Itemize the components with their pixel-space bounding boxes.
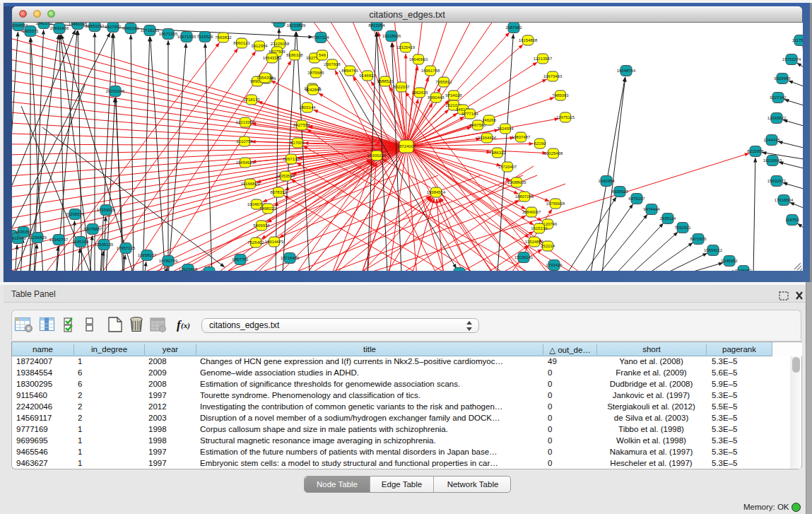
svg-text:10654112: 10654112 — [704, 248, 723, 252]
svg-text:8215958: 8215958 — [747, 149, 764, 153]
svg-text:16648764: 16648764 — [617, 69, 636, 73]
svg-text:15692971: 15692971 — [767, 179, 787, 183]
svg-text:1905571: 1905571 — [22, 29, 39, 33]
svg-text:12923468: 12923468 — [179, 267, 198, 271]
svg-text:1840379: 1840379 — [35, 23, 52, 25]
svg-text:19166829: 19166829 — [241, 182, 260, 186]
svg-text:16640910: 16640910 — [409, 57, 428, 62]
svg-text:18807249: 18807249 — [515, 194, 534, 199]
svg-text:19218906: 19218906 — [382, 34, 401, 38]
svg-text:30840067: 30840067 — [522, 210, 541, 214]
svg-text:16543382: 16543382 — [263, 56, 282, 60]
svg-text:11156829: 11156829 — [28, 235, 47, 240]
svg-text:9857791: 9857791 — [232, 257, 249, 262]
svg-text:2087682: 2087682 — [505, 25, 522, 30]
svg-text:8267130: 8267130 — [283, 157, 300, 161]
svg-text:5409934: 5409934 — [253, 223, 270, 228]
svg-text:2803144: 2803144 — [299, 105, 316, 110]
svg-text:20691406: 20691406 — [50, 26, 69, 30]
svg-text:746266: 746266 — [482, 118, 497, 122]
svg-text:10853267: 10853267 — [86, 24, 105, 28]
svg-text:9245652: 9245652 — [735, 269, 752, 271]
svg-text:8678332: 8678332 — [270, 190, 287, 194]
svg-text:12505135: 12505135 — [95, 243, 114, 247]
svg-text:16033809: 16033809 — [287, 23, 306, 28]
svg-text:3624554: 3624554 — [497, 127, 514, 131]
svg-text:17016504: 17016504 — [775, 198, 794, 202]
svg-text:18724007: 18724007 — [397, 144, 416, 148]
svg-text:17359926: 17359926 — [97, 208, 116, 212]
svg-text:20206576: 20206576 — [66, 212, 85, 216]
svg-text:1244415: 1244415 — [763, 138, 780, 142]
svg-text:11353594: 11353594 — [276, 174, 295, 178]
svg-text:8990448: 8990448 — [428, 95, 445, 100]
svg-text:10671355: 10671355 — [177, 35, 196, 39]
svg-text:12213369: 12213369 — [236, 120, 255, 124]
svg-text:1733426: 1733426 — [546, 263, 563, 267]
svg-text:19384554: 19384554 — [427, 190, 446, 194]
svg-text:16210643: 16210643 — [763, 158, 782, 163]
svg-text:8471676: 8471676 — [690, 237, 707, 241]
svg-text:1145194: 1145194 — [73, 240, 90, 244]
svg-text:19654923: 19654923 — [236, 160, 255, 165]
svg-text:17957225: 17957225 — [117, 246, 136, 250]
svg-text:(x): (x) — [181, 321, 190, 330]
svg-text:8813054: 8813054 — [368, 23, 385, 28]
svg-text:15720407: 15720407 — [498, 165, 517, 169]
svg-text:6479197: 6479197 — [628, 197, 645, 201]
svg-text:8454749: 8454749 — [341, 69, 358, 73]
svg-text:12093822: 12093822 — [767, 116, 787, 120]
svg-text:817006: 817006 — [290, 141, 305, 145]
svg-text:7515526: 7515526 — [196, 35, 213, 39]
svg-text:7632621: 7632621 — [674, 226, 691, 230]
svg-text:8427552: 8427552 — [293, 123, 310, 127]
svg-text:1117534: 1117534 — [792, 38, 803, 42]
svg-text:16914479: 16914479 — [265, 240, 284, 244]
svg-text:252214: 252214 — [541, 244, 555, 248]
svg-text:8322037: 8322037 — [393, 85, 410, 89]
svg-text:1362615: 1362615 — [411, 90, 428, 95]
svg-text:9329966: 9329966 — [774, 76, 791, 81]
svg-text:10719155: 10719155 — [141, 28, 160, 33]
svg-text:546: 546 — [319, 53, 326, 57]
svg-text:1292346: 1292346 — [201, 270, 218, 271]
svg-text:12213967: 12213967 — [534, 57, 553, 61]
svg-text:3875685: 3875685 — [307, 71, 324, 75]
svg-text:18300295: 18300295 — [367, 153, 387, 158]
svg-text:1527602: 1527602 — [105, 25, 122, 29]
svg-text:9227342: 9227342 — [770, 95, 787, 100]
svg-text:16782759: 16782759 — [159, 259, 178, 263]
svg-text:1054338: 1054338 — [257, 76, 273, 80]
svg-text:9245652: 9245652 — [721, 259, 738, 263]
svg-text:1091207: 1091207 — [271, 23, 288, 24]
svg-text:9474444: 9474444 — [643, 207, 660, 211]
svg-text:10807487: 10807487 — [512, 135, 531, 139]
svg-text:116753: 116753 — [785, 218, 799, 222]
svg-text:10025438: 10025438 — [544, 151, 563, 156]
svg-text:7986322: 7986322 — [489, 151, 506, 155]
svg-text:10688609: 10688609 — [507, 180, 526, 185]
svg-text:19756928: 19756928 — [546, 201, 565, 206]
svg-text:9777169: 9777169 — [461, 112, 478, 116]
svg-text:7625402: 7625402 — [247, 240, 264, 245]
svg-text:29053346: 29053346 — [106, 89, 125, 93]
svg-text:15136141: 15136141 — [514, 255, 534, 259]
svg-text:3498222: 3498222 — [259, 206, 276, 211]
svg-text:62160: 62160 — [534, 141, 546, 146]
svg-text:10671355: 10671355 — [159, 32, 178, 36]
svg-text:15751074: 15751074 — [782, 57, 801, 62]
svg-text:9146821: 9146821 — [359, 74, 376, 78]
svg-text:6466160: 6466160 — [122, 26, 139, 30]
svg-text:23226058: 23226058 — [271, 42, 290, 46]
svg-text:2367608: 2367608 — [324, 62, 341, 66]
svg-text:7663822: 7663822 — [215, 35, 232, 40]
svg-text:3912954: 3912954 — [251, 44, 268, 48]
svg-text:2935114: 2935114 — [660, 216, 677, 221]
svg-text:2718170: 2718170 — [243, 98, 260, 102]
svg-text:1640954: 1640954 — [598, 179, 615, 183]
svg-text:30975887: 30975887 — [83, 227, 102, 231]
svg-text:10973493: 10973493 — [543, 74, 563, 78]
svg-text:12342757: 12342757 — [49, 238, 69, 242]
svg-text:1588520: 1588520 — [377, 79, 394, 83]
svg-text:7955812: 7955812 — [435, 80, 452, 84]
